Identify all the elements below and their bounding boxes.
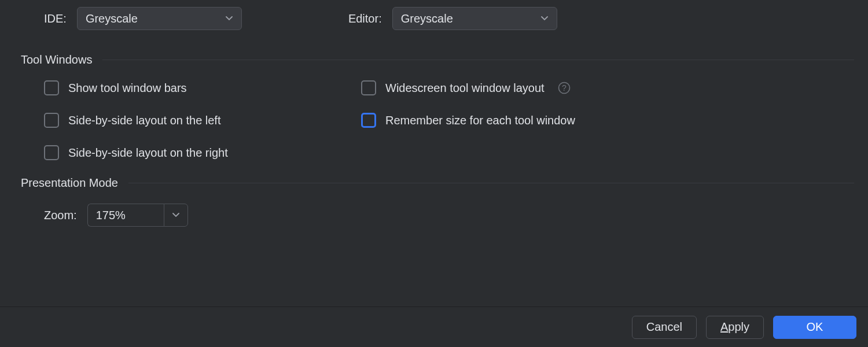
side-by-side-right-checkbox[interactable]	[44, 145, 59, 160]
dialog-footer: Cancel Apply OK	[0, 307, 868, 347]
ide-dropdown[interactable]: Greyscale	[77, 7, 242, 30]
chevron-down-icon	[225, 14, 233, 23]
widescreen-layout-checkbox[interactable]	[361, 80, 376, 95]
ide-dropdown-value: Greyscale	[86, 12, 138, 25]
zoom-label: Zoom:	[44, 209, 77, 222]
ok-button[interactable]: OK	[773, 316, 856, 339]
show-tool-window-bars-checkbox[interactable]	[44, 80, 59, 95]
cancel-button[interactable]: Cancel	[632, 316, 697, 339]
editor-dropdown[interactable]: Greyscale	[392, 7, 557, 30]
apply-mnemonic: A	[720, 320, 728, 334]
editor-label: Editor:	[348, 12, 382, 25]
editor-dropdown-value: Greyscale	[401, 12, 453, 25]
side-by-side-left-label[interactable]: Side-by-side layout on the left	[68, 114, 221, 127]
apply-button[interactable]: Apply	[706, 316, 764, 339]
remember-size-checkbox[interactable]	[361, 113, 376, 128]
zoom-dropdown-button[interactable]	[164, 204, 188, 227]
ide-label: IDE:	[44, 12, 67, 25]
show-tool-window-bars-label[interactable]: Show tool window bars	[68, 82, 187, 95]
widescreen-layout-label[interactable]: Widescreen tool window layout	[385, 82, 545, 95]
help-icon[interactable]: ?	[557, 81, 571, 95]
presentation-mode-section-title: Presentation Mode	[21, 176, 118, 190]
side-by-side-left-checkbox[interactable]	[44, 113, 59, 128]
zoom-combo[interactable]: 175%	[87, 204, 188, 227]
apply-rest: pply	[728, 320, 749, 334]
zoom-input[interactable]: 175%	[87, 204, 164, 227]
svg-text:?: ?	[562, 83, 567, 93]
section-divider	[102, 60, 854, 60]
chevron-down-icon	[540, 14, 549, 23]
tool-windows-section-title: Tool Windows	[21, 53, 92, 67]
section-divider	[128, 183, 854, 183]
remember-size-label[interactable]: Remember size for each tool window	[385, 114, 575, 127]
side-by-side-right-label[interactable]: Side-by-side layout on the right	[68, 146, 228, 160]
